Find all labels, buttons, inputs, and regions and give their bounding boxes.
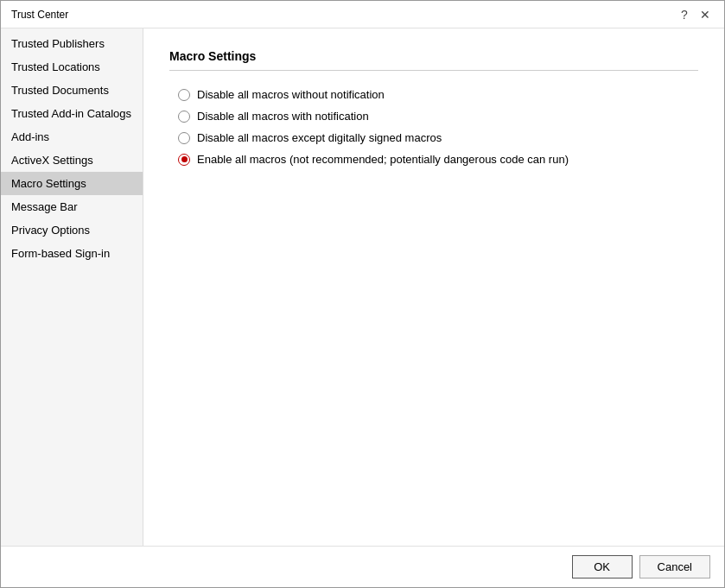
sidebar-item-trusted-publishers[interactable]: Trusted Publishers <box>1 32 143 55</box>
title-bar-controls: ? ✕ <box>676 6 714 23</box>
title-bar-left: Trust Center <box>11 9 68 21</box>
radio-label-disable-no-notification: Disable all macros without notification <box>197 88 385 101</box>
ok-button[interactable]: OK <box>572 555 633 579</box>
content-area: Macro Settings Disable all macros withou… <box>143 28 724 546</box>
radio-group: Disable all macros without notificationD… <box>178 88 698 166</box>
title-bar: Trust Center ? ✕ <box>1 1 724 28</box>
sidebar-item-macro-settings[interactable]: Macro Settings <box>1 172 143 195</box>
radio-dot-enable-all <box>181 156 188 162</box>
sidebar-item-form-based-sign-in[interactable]: Form-based Sign-in <box>1 242 143 265</box>
radio-item-disable-except-signed[interactable]: Disable all macros except digitally sign… <box>178 131 698 144</box>
radio-input-disable-no-notification[interactable] <box>178 89 190 101</box>
cancel-button[interactable]: Cancel <box>639 555 710 579</box>
sidebar-item-add-ins[interactable]: Add-ins <box>1 125 143 149</box>
radio-label-disable-with-notification: Disable all macros with notification <box>197 110 369 123</box>
radio-label-enable-all: Enable all macros (not recommended; pote… <box>197 153 569 166</box>
sidebar-item-trusted-add-in-catalogs[interactable]: Trusted Add-in Catalogs <box>1 102 143 125</box>
trust-center-dialog: Trust Center ? ✕ Trusted PublishersTrust… <box>0 0 725 588</box>
radio-input-disable-except-signed[interactable] <box>178 132 190 144</box>
dialog-body: Trusted PublishersTrusted LocationsTrust… <box>1 28 724 546</box>
sidebar-item-message-bar[interactable]: Message Bar <box>1 195 143 218</box>
sidebar-item-trusted-locations[interactable]: Trusted Locations <box>1 55 143 79</box>
radio-label-disable-except-signed: Disable all macros except digitally sign… <box>197 131 442 144</box>
dialog-title: Trust Center <box>11 9 68 21</box>
sidebar-item-activex-settings[interactable]: ActiveX Settings <box>1 149 143 172</box>
radio-item-enable-all[interactable]: Enable all macros (not recommended; pote… <box>178 153 698 166</box>
sidebar-item-privacy-options[interactable]: Privacy Options <box>1 218 143 242</box>
sidebar: Trusted PublishersTrusted LocationsTrust… <box>1 28 143 546</box>
radio-input-disable-with-notification[interactable] <box>178 111 190 123</box>
close-button[interactable]: ✕ <box>696 6 714 23</box>
help-button[interactable]: ? <box>676 6 693 23</box>
section-title: Macro Settings <box>169 49 698 63</box>
sidebar-item-trusted-documents[interactable]: Trusted Documents <box>1 79 143 102</box>
radio-input-enable-all[interactable] <box>178 154 190 166</box>
radio-item-disable-with-notification[interactable]: Disable all macros with notification <box>178 110 698 123</box>
dialog-footer: OK Cancel <box>1 546 724 587</box>
section-divider <box>169 70 698 71</box>
radio-item-disable-no-notification[interactable]: Disable all macros without notification <box>178 88 698 101</box>
